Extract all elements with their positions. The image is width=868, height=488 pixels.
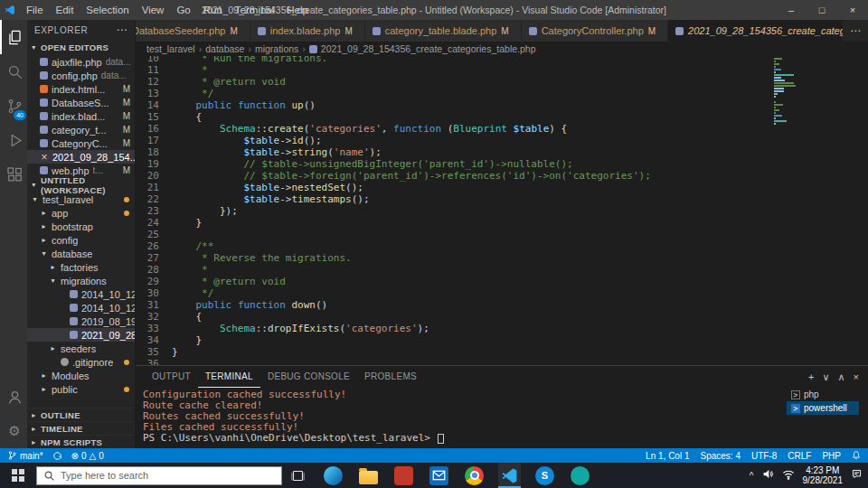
volume-icon[interactable]	[762, 467, 774, 483]
menu-help[interactable]: Help	[280, 0, 315, 20]
code-line[interactable]: 36	[136, 358, 868, 365]
terminal-panel[interactable]: Configuration cached successfully!Route …	[136, 388, 868, 448]
open-editor-item-ajaxfile-php[interactable]: ajaxfile.phpdata...	[27, 55, 135, 69]
account-icon[interactable]	[0, 380, 27, 414]
eol-setting[interactable]: CRLF	[788, 451, 811, 461]
close-icon[interactable]: ×	[837, 0, 868, 20]
sync-icon[interactable]	[52, 451, 62, 461]
code-line[interactable]: 26 /**	[136, 240, 868, 252]
file-item-2014-10-12-0000[interactable]: 2014_10_12_0000...	[27, 287, 135, 301]
menu-selection[interactable]: Selection	[80, 0, 135, 20]
close-panel-icon[interactable]: ×	[854, 371, 859, 382]
file-item-2021-09-28-1543[interactable]: 2021_09_28_1543...	[27, 328, 135, 342]
file-item-2014-10-12-1000[interactable]: 2014_10_12_1000...	[27, 301, 135, 314]
language-mode[interactable]: PHP	[822, 451, 841, 461]
notifications-bell-icon[interactable]	[852, 450, 861, 462]
code-line[interactable]: 13 */	[136, 88, 868, 99]
network-icon[interactable]	[782, 467, 795, 483]
maximize-icon[interactable]: □	[807, 0, 837, 20]
outline-section[interactable]: ▸ OUTLINE	[27, 408, 135, 421]
menu-run[interactable]: Run	[197, 0, 229, 20]
app-icon-red[interactable]	[392, 463, 415, 488]
open-editor-item-2021-09-28-154[interactable]: ×2021_09_28_154...	[27, 150, 135, 164]
open-editor-item-config-php[interactable]: config.phpdata...	[27, 69, 135, 82]
tab-category-table-blade-php[interactable]: category_table.blade.phpM	[365, 20, 522, 42]
code-line[interactable]: 22 $table->timestamps();	[136, 193, 868, 205]
minimap[interactable]	[774, 58, 797, 131]
code-line[interactable]: 24 }	[136, 217, 868, 229]
chrome-icon[interactable]	[463, 463, 486, 488]
menu-terminal[interactable]: Terminal	[229, 0, 280, 20]
folder-item-database[interactable]: ▾database	[27, 247, 135, 260]
breadcrumb-item-database[interactable]: database	[205, 43, 244, 54]
menu-view[interactable]: View	[136, 0, 171, 20]
open-editor-item-category-t[interactable]: category_t...M	[27, 123, 135, 136]
editor-more-actions-icon[interactable]: ⋯	[843, 20, 868, 42]
explorer-icon[interactable]	[0, 20, 27, 54]
code-line[interactable]: 33 Schema::dropIfExists('categories');	[136, 323, 868, 334]
close-icon[interactable]: ×	[40, 151, 49, 164]
folder-item-modules[interactable]: ▸Modules	[27, 369, 135, 382]
code-line[interactable]: 12 * @return void	[136, 76, 868, 88]
terminal-dropdown-icon[interactable]: ∨	[822, 371, 829, 383]
mail-icon[interactable]	[428, 463, 450, 488]
task-view-icon[interactable]	[282, 469, 313, 483]
code-editor[interactable]: 10 * Run the migrations.11 *12 * @return…	[136, 56, 868, 365]
tab-categorycontroller-php[interactable]: CategoryController.phpM	[522, 20, 668, 42]
settings-gear-icon[interactable]: ⚙	[0, 414, 27, 448]
workspace-header[interactable]: ▾ UNTITLED (WORKSPACE)	[27, 177, 135, 192]
code-line[interactable]: 15 {	[136, 111, 868, 123]
folder-item-factories[interactable]: ▸factories	[27, 260, 135, 274]
folder-item-public[interactable]: ▸public	[27, 382, 135, 396]
app-icon-blue[interactable]: S	[533, 463, 556, 488]
breadcrumb-item-test-laravel[interactable]: test_laravel	[146, 43, 195, 54]
code-line[interactable]: 16 Schema::create('categories', function…	[136, 123, 868, 135]
code-line[interactable]: 34 }	[136, 334, 868, 346]
encoding-setting[interactable]: UTF-8	[751, 451, 777, 461]
code-line[interactable]: 19 // $table->unsignedBigInteger('parent…	[136, 158, 868, 170]
menu-edit[interactable]: Edit	[50, 0, 80, 20]
app-icon-teal[interactable]	[569, 463, 591, 488]
taskbar-search-box[interactable]: Type here to search	[36, 466, 282, 485]
tray-expand-icon[interactable]: ^	[750, 471, 754, 481]
notification-center-icon[interactable]	[851, 467, 863, 483]
run-debug-icon[interactable]	[0, 123, 27, 157]
cursor-position[interactable]: Ln 1, Col 1	[646, 451, 689, 461]
maximize-panel-icon[interactable]: ∧	[838, 371, 845, 383]
code-line[interactable]: 21 $table->nestedSet();	[136, 182, 868, 193]
start-button[interactable]	[0, 463, 36, 488]
indentation-setting[interactable]: Spaces: 4	[700, 451, 740, 461]
extensions-icon[interactable]	[0, 157, 27, 192]
code-line[interactable]: 18 $table->string('name');	[136, 146, 868, 158]
code-line[interactable]: 17 $table->id();	[136, 135, 868, 146]
folder-item-test-laravel[interactable]: ▾test_laravel	[27, 192, 135, 206]
code-line[interactable]: 23 });	[136, 205, 868, 217]
open-editor-item-index-html[interactable]: index.html...M	[27, 82, 135, 96]
code-line[interactable]: 25	[136, 229, 868, 240]
code-line[interactable]: 35}	[136, 346, 868, 358]
breadcrumb-item-2021-09-28-154356-create-categories-table-php[interactable]: 2021_09_28_154356_create_categories_tabl…	[309, 43, 536, 54]
search-icon[interactable]	[0, 54, 27, 89]
panel-tab-output[interactable]: OUTPUT	[145, 366, 198, 388]
terminal-instance-powershell[interactable]: >powershell	[787, 401, 859, 415]
tab-2021-09-28-154356-create-categories-table-php[interactable]: 2021_09_28_154356_create_categories_tabl…	[668, 20, 843, 42]
panel-tab-terminal[interactable]: TERMINAL	[198, 366, 260, 388]
code-line[interactable]: 32 {	[136, 311, 868, 323]
code-line[interactable]: 10 * Run the migrations.	[136, 56, 868, 64]
menu-file[interactable]: File	[20, 0, 50, 20]
folder-item-bootstrap[interactable]: ▸bootstrap	[27, 220, 135, 233]
open-editor-item-databases[interactable]: DatabaseS...M	[27, 96, 135, 109]
new-terminal-icon[interactable]: +	[808, 371, 814, 382]
terminal-instance-php[interactable]: >php	[787, 388, 859, 401]
git-branch-indicator[interactable]: main*	[7, 450, 43, 461]
timeline-section[interactable]: ▸ TIMELINE	[27, 421, 135, 435]
menu-go[interactable]: Go	[170, 0, 196, 20]
vscode-icon[interactable]	[498, 463, 521, 488]
code-line[interactable]: 20 // $table->foreign('parent_id')->refe…	[136, 170, 868, 182]
panel-tab-debug-console[interactable]: DEBUG CONSOLE	[260, 366, 357, 388]
open-editors-header[interactable]: ▾ OPEN EDITORS	[27, 40, 135, 55]
folder-item-seeders[interactable]: ▸seeders	[27, 342, 135, 355]
edge-icon[interactable]	[322, 463, 344, 488]
folder-item-migrations[interactable]: ▾migrations	[27, 274, 135, 287]
code-line[interactable]: 29 * @return void	[136, 276, 868, 287]
